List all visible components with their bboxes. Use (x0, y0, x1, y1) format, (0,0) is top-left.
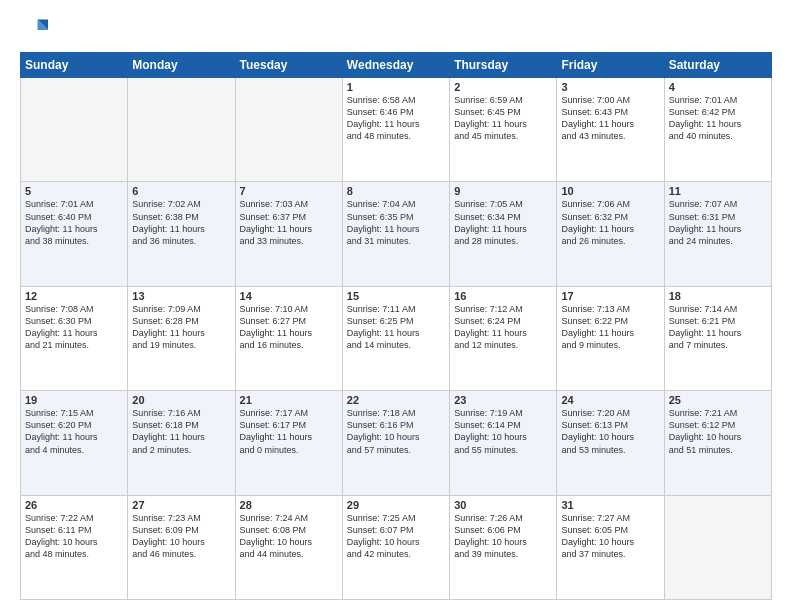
calendar-cell: 4Sunrise: 7:01 AM Sunset: 6:42 PM Daylig… (664, 78, 771, 182)
calendar-cell: 24Sunrise: 7:20 AM Sunset: 6:13 PM Dayli… (557, 391, 664, 495)
day-info: Sunrise: 7:18 AM Sunset: 6:16 PM Dayligh… (347, 407, 445, 456)
day-info: Sunrise: 7:17 AM Sunset: 6:17 PM Dayligh… (240, 407, 338, 456)
day-number: 4 (669, 81, 767, 93)
calendar-cell: 19Sunrise: 7:15 AM Sunset: 6:20 PM Dayli… (21, 391, 128, 495)
logo (20, 16, 52, 44)
calendar-cell: 25Sunrise: 7:21 AM Sunset: 6:12 PM Dayli… (664, 391, 771, 495)
day-info: Sunrise: 7:06 AM Sunset: 6:32 PM Dayligh… (561, 198, 659, 247)
day-info: Sunrise: 7:27 AM Sunset: 6:05 PM Dayligh… (561, 512, 659, 561)
day-number: 23 (454, 394, 552, 406)
day-info: Sunrise: 7:21 AM Sunset: 6:12 PM Dayligh… (669, 407, 767, 456)
calendar-week-row: 5Sunrise: 7:01 AM Sunset: 6:40 PM Daylig… (21, 182, 772, 286)
calendar-cell: 30Sunrise: 7:26 AM Sunset: 6:06 PM Dayli… (450, 495, 557, 599)
day-info: Sunrise: 7:12 AM Sunset: 6:24 PM Dayligh… (454, 303, 552, 352)
day-info: Sunrise: 7:23 AM Sunset: 6:09 PM Dayligh… (132, 512, 230, 561)
calendar-cell: 17Sunrise: 7:13 AM Sunset: 6:22 PM Dayli… (557, 286, 664, 390)
day-number: 30 (454, 499, 552, 511)
calendar-header-wednesday: Wednesday (342, 53, 449, 78)
day-info: Sunrise: 7:26 AM Sunset: 6:06 PM Dayligh… (454, 512, 552, 561)
day-number: 10 (561, 185, 659, 197)
calendar-cell: 22Sunrise: 7:18 AM Sunset: 6:16 PM Dayli… (342, 391, 449, 495)
day-info: Sunrise: 7:14 AM Sunset: 6:21 PM Dayligh… (669, 303, 767, 352)
logo-icon (20, 16, 48, 44)
calendar-cell: 28Sunrise: 7:24 AM Sunset: 6:08 PM Dayli… (235, 495, 342, 599)
calendar-cell: 15Sunrise: 7:11 AM Sunset: 6:25 PM Dayli… (342, 286, 449, 390)
day-number: 26 (25, 499, 123, 511)
day-number: 16 (454, 290, 552, 302)
calendar-cell: 2Sunrise: 6:59 AM Sunset: 6:45 PM Daylig… (450, 78, 557, 182)
calendar-cell: 12Sunrise: 7:08 AM Sunset: 6:30 PM Dayli… (21, 286, 128, 390)
calendar-cell: 5Sunrise: 7:01 AM Sunset: 6:40 PM Daylig… (21, 182, 128, 286)
day-info: Sunrise: 7:22 AM Sunset: 6:11 PM Dayligh… (25, 512, 123, 561)
day-info: Sunrise: 7:01 AM Sunset: 6:42 PM Dayligh… (669, 94, 767, 143)
day-number: 7 (240, 185, 338, 197)
day-info: Sunrise: 7:02 AM Sunset: 6:38 PM Dayligh… (132, 198, 230, 247)
calendar-header-saturday: Saturday (664, 53, 771, 78)
calendar-week-row: 26Sunrise: 7:22 AM Sunset: 6:11 PM Dayli… (21, 495, 772, 599)
day-number: 15 (347, 290, 445, 302)
day-info: Sunrise: 7:08 AM Sunset: 6:30 PM Dayligh… (25, 303, 123, 352)
day-info: Sunrise: 7:15 AM Sunset: 6:20 PM Dayligh… (25, 407, 123, 456)
calendar-cell: 29Sunrise: 7:25 AM Sunset: 6:07 PM Dayli… (342, 495, 449, 599)
day-number: 24 (561, 394, 659, 406)
calendar-cell: 8Sunrise: 7:04 AM Sunset: 6:35 PM Daylig… (342, 182, 449, 286)
day-number: 25 (669, 394, 767, 406)
day-number: 12 (25, 290, 123, 302)
calendar-cell: 20Sunrise: 7:16 AM Sunset: 6:18 PM Dayli… (128, 391, 235, 495)
day-info: Sunrise: 7:05 AM Sunset: 6:34 PM Dayligh… (454, 198, 552, 247)
calendar-cell: 10Sunrise: 7:06 AM Sunset: 6:32 PM Dayli… (557, 182, 664, 286)
day-info: Sunrise: 7:09 AM Sunset: 6:28 PM Dayligh… (132, 303, 230, 352)
calendar-cell (235, 78, 342, 182)
day-info: Sunrise: 7:07 AM Sunset: 6:31 PM Dayligh… (669, 198, 767, 247)
day-info: Sunrise: 7:13 AM Sunset: 6:22 PM Dayligh… (561, 303, 659, 352)
calendar-cell: 6Sunrise: 7:02 AM Sunset: 6:38 PM Daylig… (128, 182, 235, 286)
calendar-cell: 3Sunrise: 7:00 AM Sunset: 6:43 PM Daylig… (557, 78, 664, 182)
day-info: Sunrise: 7:10 AM Sunset: 6:27 PM Dayligh… (240, 303, 338, 352)
calendar-header-friday: Friday (557, 53, 664, 78)
calendar-cell: 9Sunrise: 7:05 AM Sunset: 6:34 PM Daylig… (450, 182, 557, 286)
calendar-header-thursday: Thursday (450, 53, 557, 78)
day-info: Sunrise: 7:20 AM Sunset: 6:13 PM Dayligh… (561, 407, 659, 456)
day-number: 22 (347, 394, 445, 406)
day-info: Sunrise: 6:58 AM Sunset: 6:46 PM Dayligh… (347, 94, 445, 143)
day-number: 20 (132, 394, 230, 406)
day-number: 19 (25, 394, 123, 406)
day-number: 13 (132, 290, 230, 302)
calendar-cell (128, 78, 235, 182)
calendar-cell: 27Sunrise: 7:23 AM Sunset: 6:09 PM Dayli… (128, 495, 235, 599)
day-number: 6 (132, 185, 230, 197)
calendar-cell: 21Sunrise: 7:17 AM Sunset: 6:17 PM Dayli… (235, 391, 342, 495)
day-number: 18 (669, 290, 767, 302)
calendar-header-tuesday: Tuesday (235, 53, 342, 78)
day-number: 11 (669, 185, 767, 197)
calendar-header-row: SundayMondayTuesdayWednesdayThursdayFrid… (21, 53, 772, 78)
calendar-cell: 23Sunrise: 7:19 AM Sunset: 6:14 PM Dayli… (450, 391, 557, 495)
page: SundayMondayTuesdayWednesdayThursdayFrid… (0, 0, 792, 612)
day-info: Sunrise: 7:11 AM Sunset: 6:25 PM Dayligh… (347, 303, 445, 352)
day-number: 17 (561, 290, 659, 302)
day-number: 2 (454, 81, 552, 93)
day-number: 27 (132, 499, 230, 511)
calendar-cell: 31Sunrise: 7:27 AM Sunset: 6:05 PM Dayli… (557, 495, 664, 599)
day-number: 1 (347, 81, 445, 93)
day-number: 21 (240, 394, 338, 406)
calendar-cell: 26Sunrise: 7:22 AM Sunset: 6:11 PM Dayli… (21, 495, 128, 599)
calendar-cell: 7Sunrise: 7:03 AM Sunset: 6:37 PM Daylig… (235, 182, 342, 286)
day-number: 31 (561, 499, 659, 511)
calendar-cell: 13Sunrise: 7:09 AM Sunset: 6:28 PM Dayli… (128, 286, 235, 390)
day-number: 14 (240, 290, 338, 302)
calendar-cell: 14Sunrise: 7:10 AM Sunset: 6:27 PM Dayli… (235, 286, 342, 390)
calendar-week-row: 19Sunrise: 7:15 AM Sunset: 6:20 PM Dayli… (21, 391, 772, 495)
day-info: Sunrise: 7:16 AM Sunset: 6:18 PM Dayligh… (132, 407, 230, 456)
day-number: 8 (347, 185, 445, 197)
day-info: Sunrise: 7:24 AM Sunset: 6:08 PM Dayligh… (240, 512, 338, 561)
day-number: 5 (25, 185, 123, 197)
day-info: Sunrise: 7:04 AM Sunset: 6:35 PM Dayligh… (347, 198, 445, 247)
day-info: Sunrise: 6:59 AM Sunset: 6:45 PM Dayligh… (454, 94, 552, 143)
day-number: 3 (561, 81, 659, 93)
day-info: Sunrise: 7:03 AM Sunset: 6:37 PM Dayligh… (240, 198, 338, 247)
calendar-week-row: 12Sunrise: 7:08 AM Sunset: 6:30 PM Dayli… (21, 286, 772, 390)
calendar-cell: 16Sunrise: 7:12 AM Sunset: 6:24 PM Dayli… (450, 286, 557, 390)
day-info: Sunrise: 7:19 AM Sunset: 6:14 PM Dayligh… (454, 407, 552, 456)
calendar-cell: 11Sunrise: 7:07 AM Sunset: 6:31 PM Dayli… (664, 182, 771, 286)
